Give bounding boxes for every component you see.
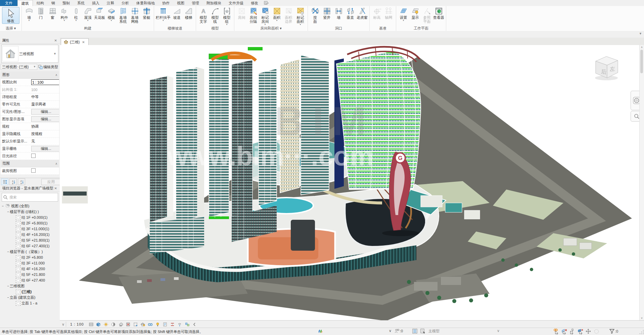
tab-预制[interactable]: 预制 [59, 0, 74, 6]
ribbon-collapse-icon[interactable]: ▼ [639, 32, 642, 35]
ribbon-button-模型组[interactable]: 模型组▾ [221, 7, 233, 26]
ribbon-button-房间分隔[interactable]: 房间分隔 [247, 7, 259, 24]
select-links-toggle[interactable] [553, 329, 559, 334]
collapse-icon[interactable]: − [7, 250, 10, 254]
viewcube-face-back[interactable]: 后 [601, 68, 606, 75]
property-value[interactable]: 编辑... [30, 146, 59, 152]
search-input[interactable] [9, 195, 58, 200]
editable-only-control[interactable]: :0 [395, 329, 403, 333]
reveal-constraints-icon[interactable] [169, 321, 176, 327]
ribbon-button-标记面积[interactable]: 1标记面积▾ [294, 7, 306, 26]
ribbon-button-楼梯[interactable]: 楼梯 [183, 7, 194, 19]
ribbon-button-按面[interactable]: 按面 [309, 7, 321, 24]
dropdown-arrow-icon[interactable]: ▾ [403, 19, 404, 22]
tab-建筑[interactable]: 建筑 [17, 0, 33, 6]
more-icon[interactable] [191, 321, 198, 327]
ribbon-button-窗[interactable]: 窗 [47, 7, 58, 19]
ribbon-group-label[interactable]: 房间和面积 ▾ [235, 26, 307, 31]
select-pinned-toggle[interactable] [569, 329, 575, 334]
edit-button[interactable]: 编辑... [31, 116, 59, 122]
property-value[interactable]: 按规程 [30, 131, 59, 136]
select-underlay-toggle[interactable] [561, 329, 567, 334]
checkbox[interactable] [31, 154, 36, 158]
tree-item-立面 (建筑立面)[interactable]: −立面 (建筑立面) [0, 295, 60, 300]
ribbon-button-垂直[interactable]: 垂直 [344, 7, 356, 19]
show-rendering-dialog-icon[interactable] [118, 321, 124, 327]
viewcube-face-left[interactable]: 左 [610, 66, 615, 72]
tree-item-结 5F +21.800[interactable]: 结 5F +21.800 [0, 272, 60, 278]
tree-item-结 4F +16.200(1)[interactable]: 结 4F +16.200(1) [0, 232, 60, 238]
dropdown-arrow-icon[interactable]: ▾ [29, 19, 30, 22]
ribbon-button-楼板[interactable]: 楼板▾ [105, 7, 117, 22]
model-canvas[interactable]: G BIM www.bim···.com [60, 45, 640, 320]
temporary-hide-isolate-icon[interactable] [147, 321, 153, 327]
property-value[interactable] [30, 154, 59, 159]
tree-item-{三维}[interactable]: {三维} [0, 289, 60, 295]
viewcube[interactable]: 后 左 [590, 51, 623, 83]
detail-level-icon[interactable] [88, 321, 94, 327]
ribbon-button-竖井[interactable]: 竖井 [321, 7, 333, 19]
ribbon-button-屋顶[interactable]: 屋顶▾ [82, 7, 94, 22]
ribbon-button-墙[interactable]: 墙 [333, 7, 344, 19]
ribbon-button-幕墙网格[interactable]: 幕墙网格 [129, 7, 141, 24]
shadows-icon[interactable] [110, 321, 117, 327]
ribbon-button-标记房间[interactable]: 1标记房间▾ [259, 7, 271, 26]
tab-系统[interactable]: 系统 [74, 0, 88, 6]
ribbon-button-幕墙系统[interactable]: 幕墙系统 [117, 7, 129, 24]
ribbon-button-模型线[interactable]: 模型线 [209, 7, 221, 24]
tree-item-结 5F +21.800(1)[interactable]: 结 5F +21.800(1) [0, 238, 60, 243]
tab-结构[interactable]: 结构 [33, 0, 48, 6]
property-value[interactable]: 编辑... [30, 116, 59, 122]
tab-体量和场地[interactable]: 体量和场地 [133, 0, 158, 6]
tab-钢[interactable]: 钢 [48, 0, 59, 6]
ribbon-button-模型文字[interactable]: A模型文字 [197, 7, 209, 24]
dropdown-arrow-icon[interactable]: ▾ [64, 19, 65, 22]
apply-button[interactable]: 应用 [41, 179, 60, 185]
property-value[interactable]: 编辑... [30, 109, 59, 115]
active-design-option[interactable]: 主模型 [428, 329, 440, 334]
ribbon-button-老虎窗[interactable]: 老虎窗 [356, 7, 368, 19]
selection-filter[interactable]: :0 [609, 329, 618, 334]
tree-item-结 3F +11.000[interactable]: 结 3F +11.000 [0, 260, 60, 266]
ribbon-button-坡道[interactable]: 坡道 [171, 7, 183, 19]
view-selector[interactable]: 三维视图: {三维}▼ [1, 64, 37, 70]
ribbon-button-查看器[interactable]: 查看器 [433, 7, 445, 19]
resize-grip[interactable] [639, 330, 644, 335]
dropdown-arrow-icon[interactable]: ▾ [163, 19, 164, 22]
tab-注释[interactable]: 注释 [103, 0, 118, 6]
collapse-icon[interactable]: − [7, 296, 10, 299]
edit-button[interactable]: 编辑... [31, 146, 59, 152]
scroll-up-icon[interactable]: ∧ [640, 46, 644, 49]
communicator-icon[interactable] [318, 329, 323, 334]
design-options-icon[interactable] [412, 329, 417, 334]
ribbon-group-label[interactable]: 选择 ▾ [1, 26, 21, 31]
ribbon-button-栏杆扶手[interactable]: 栏杆扶手▾ [155, 7, 171, 22]
tab-管理[interactable]: 管理 [188, 0, 203, 6]
ribbon-button-修改[interactable]: 修改 [2, 7, 19, 24]
worksets-dropdown-icon[interactable]: ∨ [389, 329, 392, 333]
tab-协作[interactable]: 协作 [158, 0, 173, 6]
tree-item-三维视图[interactable]: −三维视图 [0, 283, 60, 289]
unlocked-3d-view-icon[interactable] [140, 321, 146, 327]
edit-type-button[interactable]: 编辑类型 [37, 65, 59, 70]
collapse-icon[interactable]: − [7, 210, 10, 214]
sort-descending-icon[interactable]: ZA [18, 178, 25, 185]
close-icon[interactable]: ✕ [54, 185, 58, 191]
scale-control[interactable]: 1 : 100 [67, 322, 87, 326]
ribbon-button-显示[interactable]: 显示 [409, 7, 421, 19]
tab-修改[interactable]: 修改 [247, 0, 262, 6]
edit-button[interactable]: 编辑... [31, 109, 59, 115]
tab-分析[interactable]: 分析 [118, 0, 133, 6]
view-tab-3d[interactable]: {三维} ✕ [61, 38, 89, 45]
tab-附加模块[interactable]: 附加模块 [203, 0, 225, 6]
design-option-dropdown-icon[interactable]: ∨ [497, 329, 500, 333]
tree-item-结 4F +16.200[interactable]: 结 4F +16.200 [0, 266, 60, 272]
property-value[interactable]: 无 [30, 139, 59, 144]
displacement-sets-icon[interactable] [177, 321, 183, 327]
sort-default-icon[interactable] [1, 178, 8, 185]
tree-item-结 6F +27.400(1)[interactable]: 结 6F +27.400(1) [0, 243, 60, 249]
dropdown-arrow-icon[interactable]: ▾ [76, 19, 77, 22]
tree-item-结 3F +11.000(1)[interactable]: 结 3F +11.000(1) [0, 226, 60, 232]
ribbon-button-构件[interactable]: 构件▾ [58, 7, 70, 22]
vertical-scrollbar[interactable]: ∧ ∨ [639, 45, 644, 320]
